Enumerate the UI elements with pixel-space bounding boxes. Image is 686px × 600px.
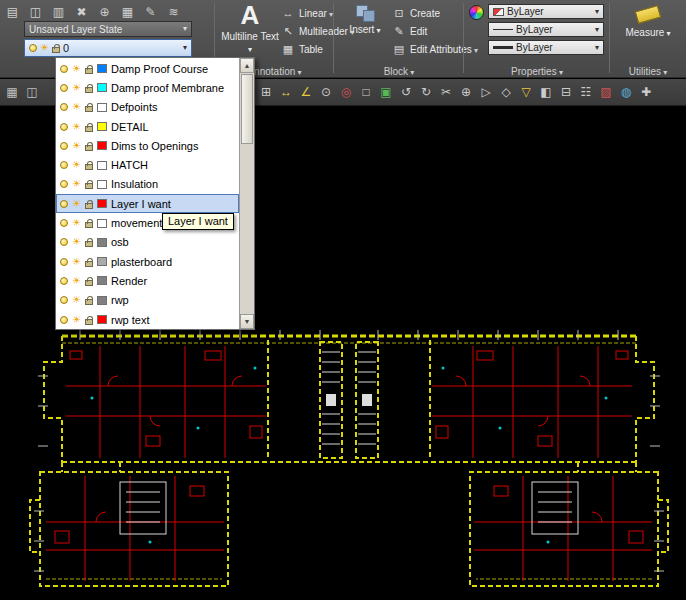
layer-lock-icon[interactable]: [85, 319, 93, 325]
layer-freeze-icon[interactable]: ☀: [72, 141, 81, 151]
layer-color-swatch[interactable]: [97, 315, 107, 324]
color-wheel-icon[interactable]: [469, 5, 484, 20]
layer-color-swatch[interactable]: [97, 141, 107, 150]
layer-freeze-icon[interactable]: ☀: [72, 315, 81, 325]
scroll-down-icon[interactable]: ▼: [240, 314, 254, 329]
layer-on-icon[interactable]: [60, 65, 68, 73]
utilities-panel-label[interactable]: Utilities: [610, 66, 686, 77]
layer-freeze-icon[interactable]: ☀: [72, 257, 81, 267]
layer-lock-icon[interactable]: [85, 241, 93, 247]
layer-color-swatch[interactable]: [97, 276, 107, 285]
layer-lock-icon[interactable]: [85, 299, 93, 305]
cad-tool-icon-28[interactable]: ⊟: [556, 82, 576, 103]
layer-lock-icon[interactable]: [85, 280, 93, 286]
layer-row[interactable]: ☀rwp text: [56, 310, 239, 329]
layer-row[interactable]: ☀osb: [56, 233, 239, 252]
layer-freeze-icon[interactable]: ☀: [72, 160, 81, 170]
layer-on-icon[interactable]: [60, 258, 68, 266]
layer-row[interactable]: ☀HATCH: [56, 155, 239, 174]
layer-color-swatch[interactable]: [97, 180, 107, 189]
layer-row[interactable]: ☀Layer I want: [56, 194, 239, 213]
layer-color-swatch[interactable]: [97, 64, 107, 73]
cad-tool-icon-32[interactable]: ✚: [636, 82, 656, 103]
layer-combo[interactable]: ☀ 0: [24, 39, 192, 57]
layer-row[interactable]: ☀DETAIL: [56, 117, 239, 136]
layer-lock-icon[interactable]: [85, 145, 93, 151]
layer-freeze-icon[interactable]: ☀: [72, 218, 81, 228]
scrollbar-track[interactable]: [240, 145, 254, 314]
layer-color-swatch[interactable]: [97, 122, 107, 131]
layer-on-icon[interactable]: [60, 200, 68, 208]
layer-on-icon[interactable]: [60, 219, 68, 227]
layer-freeze-icon[interactable]: ☀: [72, 276, 81, 286]
cad-tool-icon-27[interactable]: ◧: [536, 82, 556, 103]
layer-freeze-icon[interactable]: ☀: [72, 122, 81, 132]
layer-row[interactable]: ☀Damp Proof Course: [56, 59, 239, 78]
block-panel-label[interactable]: Block: [334, 66, 464, 77]
cad-tool-icon-13[interactable]: ⊞: [256, 82, 276, 103]
layer-color-swatch[interactable]: [97, 219, 107, 228]
layer-color-swatch[interactable]: [97, 83, 107, 92]
layer-color-swatch[interactable]: [97, 199, 107, 208]
layer-lock-icon[interactable]: [85, 203, 93, 209]
layer-row[interactable]: ☀Defpoints: [56, 98, 239, 117]
layer-lock-icon[interactable]: [85, 183, 93, 189]
layer-lock-icon[interactable]: ▦: [117, 3, 138, 21]
insert-block-button[interactable]: Insert: [342, 5, 388, 36]
layer-freeze-icon[interactable]: ☀: [72, 64, 81, 74]
cad-tool-icon-26[interactable]: ▽: [516, 82, 536, 103]
layer-freeze-icon[interactable]: ☀: [72, 102, 81, 112]
layer-on-icon[interactable]: [60, 103, 68, 111]
cad-tool-icon-15[interactable]: ∠: [296, 82, 316, 103]
layer-freeze-icon[interactable]: ☀: [72, 83, 81, 93]
cad-tool-icon-20[interactable]: ↺: [396, 82, 416, 103]
layer-color-swatch[interactable]: [97, 296, 107, 305]
layer-lock-icon[interactable]: [85, 261, 93, 267]
layer-state-manager-icon[interactable]: ≋: [163, 3, 184, 21]
layer-properties-icon[interactable]: ▤: [2, 3, 23, 21]
layer-row[interactable]: ☀Render: [56, 271, 239, 290]
layer-lock-icon[interactable]: [85, 164, 93, 170]
layer-row[interactable]: ☀Damp proof Membrane: [56, 78, 239, 97]
layer-color-swatch[interactable]: [97, 238, 107, 247]
cad-tool-icon-23[interactable]: ⊕: [456, 82, 476, 103]
cad-tool-icon-25[interactable]: ◇: [496, 82, 516, 103]
layer-lock-icon[interactable]: [85, 222, 93, 228]
layer-on-icon[interactable]: [60, 238, 68, 246]
cad-tool-icon-24[interactable]: ▷: [476, 82, 496, 103]
layer-freeze-icon[interactable]: ☀: [72, 295, 81, 305]
layer-on-icon[interactable]: [60, 161, 68, 169]
object-color-combo[interactable]: ByLayer: [488, 4, 604, 19]
layer-on-icon[interactable]: [60, 277, 68, 285]
cad-tool-icon-17[interactable]: ◎: [336, 82, 356, 103]
layer-lock-icon[interactable]: [85, 87, 93, 93]
layer-lock-icon[interactable]: [85, 106, 93, 112]
cad-tool-icon-18[interactable]: □: [356, 82, 376, 103]
layer-state-combo[interactable]: Unsaved Layer State: [24, 21, 192, 37]
layer-on-icon[interactable]: [60, 142, 68, 150]
layer-row[interactable]: ☀Insulation: [56, 175, 239, 194]
layer-on-icon[interactable]: [60, 180, 68, 188]
cad-tool-icon-29[interactable]: ☷: [576, 82, 596, 103]
layer-freeze-icon[interactable]: ☀: [72, 199, 81, 209]
layer-color-swatch[interactable]: [97, 257, 107, 266]
measure-button[interactable]: Measure: [624, 2, 672, 39]
layer-row[interactable]: ☀Dims to Openings: [56, 136, 239, 155]
cad-tool-icon-31[interactable]: ◍: [616, 82, 636, 103]
multiline-text-button[interactable]: A Multiline Text: [221, 2, 279, 55]
layer-row[interactable]: ☀rwp: [56, 291, 239, 310]
cad-tool-icon-1[interactable]: ◫: [22, 82, 42, 103]
scrollbar-thumb[interactable]: [241, 74, 253, 144]
layer-walk-icon[interactable]: ✎: [140, 3, 161, 21]
scroll-up-icon[interactable]: ▲: [240, 58, 254, 73]
layer-lock-icon[interactable]: [85, 126, 93, 132]
layer-color-swatch[interactable]: [97, 161, 107, 170]
layer-lock-icon[interactable]: [85, 68, 93, 74]
cad-tool-icon-0[interactable]: ▦: [2, 82, 22, 103]
layer-color-swatch[interactable]: [97, 103, 107, 112]
layer-unisolate-icon[interactable]: ▥: [48, 3, 69, 21]
cad-tool-icon-21[interactable]: ↻: [416, 82, 436, 103]
layer-row[interactable]: ☀plasterboard: [56, 252, 239, 271]
properties-panel-label[interactable]: Properties: [464, 66, 610, 77]
layer-isolate-icon[interactable]: ◫: [25, 3, 46, 21]
